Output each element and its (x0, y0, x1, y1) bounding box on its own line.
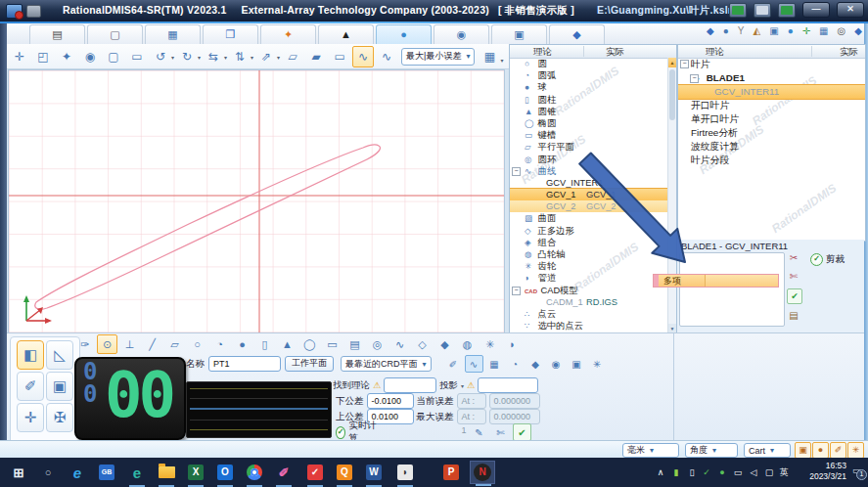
detail-tool-icon[interactable]: ✔ (787, 288, 802, 304)
realtime-checkbox[interactable]: ✓ (336, 426, 345, 439)
ribbon-utility-icon[interactable]: ▦ (819, 25, 828, 36)
probe-ball-icon[interactable]: ● (812, 442, 829, 459)
detail-listbox[interactable]: 多项 (679, 252, 785, 327)
tree-expander-icon[interactable] (680, 142, 687, 149)
tree-expander-icon[interactable] (680, 114, 687, 121)
error-mode-combo[interactable]: 最大|最小误差 (401, 48, 475, 66)
feature-tree-item[interactable]: CADM_1 RD.IGS (510, 296, 668, 308)
tree-expander-icon[interactable] (512, 60, 519, 66)
multi-item-row[interactable]: 多项 (654, 275, 778, 287)
minimize-button[interactable]: — (802, 2, 830, 18)
ribbon-tab[interactable]: ▣ (491, 24, 547, 44)
measure-option-icon[interactable]: ◔ (506, 355, 525, 373)
mode-button[interactable]: ✛ (17, 403, 44, 432)
feature-tree-item[interactable]: ▯ 圆柱 (510, 94, 668, 106)
monitor-status-icon[interactable] (754, 3, 771, 18)
toolbar-icon[interactable]: ∿ (376, 46, 397, 67)
measure-option-icon[interactable]: ∿ (465, 355, 483, 373)
tree-expander-icon[interactable] (512, 131, 519, 138)
plane-mode-combo[interactable]: 最靠近的CRD平面 (341, 356, 432, 372)
ribbon-tab[interactable]: ▦ (145, 24, 201, 44)
geometry-type-icon[interactable]: ● (232, 334, 252, 354)
ribbon-tab[interactable]: ✦ (260, 24, 316, 44)
toolbar-icon[interactable]: ↻ (176, 46, 198, 67)
ribbon-tab[interactable]: ❒ (203, 24, 258, 44)
tree-expander-icon[interactable] (512, 179, 519, 186)
tree-expander-icon[interactable] (512, 239, 519, 245)
feature-tree-item[interactable]: ◗ 管道 (510, 272, 668, 284)
blade-tree-item[interactable]: GCV_INTER11 (678, 85, 865, 99)
tray-icon[interactable]: ▭ (731, 461, 745, 484)
taskbar-app-icon[interactable]: W (361, 461, 387, 484)
tree-expander-icon[interactable] (512, 143, 519, 150)
feature-tree-item[interactable]: GCV_1 GCV_1 (510, 189, 668, 200)
toolbar-icon[interactable]: ⇗ (255, 46, 277, 67)
coord-display-icon[interactable]: ▣ (795, 442, 811, 459)
taskbar-app-icon[interactable] (242, 461, 267, 484)
feature-tree-item[interactable]: GCV_INTER1 (510, 177, 668, 189)
taskbar-app-icon[interactable]: O (212, 461, 238, 484)
toolbar-icon[interactable]: ▢ (103, 46, 124, 67)
clip-checkbox[interactable]: ✓ (810, 253, 823, 266)
tree-expander-icon[interactable] (512, 108, 519, 114)
feature-tree-item[interactable]: ▱ 平行平面 (510, 141, 668, 153)
feature-tree-item[interactable]: ▨ 曲面 (510, 212, 668, 224)
scroll-up-icon[interactable]: ▲ (668, 58, 676, 67)
ribbon-utility-icon[interactable]: ● (723, 25, 729, 36)
geometry-type-icon[interactable]: ▲ (277, 334, 297, 354)
taskbar-app-icon[interactable]: e (65, 461, 90, 484)
chevron-down-icon[interactable]: ▾ (277, 54, 280, 67)
tree-expander-icon[interactable]: − (680, 60, 689, 68)
geometry-type-icon[interactable]: ▱ (164, 334, 185, 354)
toolbar-icon[interactable]: ✛ (9, 46, 30, 67)
input-language-indicator[interactable]: 英 (777, 461, 791, 484)
units-combo[interactable]: 毫米 (622, 443, 679, 458)
feature-tree-item[interactable]: ● 球 (510, 81, 668, 93)
taskbar-app-icon[interactable] (154, 461, 179, 484)
edit-tool-icon[interactable]: ✔ (513, 423, 531, 441)
tree-expander-icon[interactable] (680, 87, 687, 94)
geometry-type-icon[interactable]: ◍ (457, 334, 478, 354)
taskbar-app-icon[interactable]: ✓ (302, 461, 328, 484)
graphics-viewport[interactable] (8, 69, 505, 334)
blade-tree-item[interactable]: Firtree分析 (678, 126, 865, 140)
taskbar-app-icon[interactable]: ✐ (271, 461, 297, 484)
toolbar-icon[interactable]: ▱ (282, 46, 303, 67)
tree-expander-icon[interactable] (680, 155, 687, 162)
taskbar-app-icon[interactable]: ○ (35, 461, 61, 484)
toolbar-icon[interactable]: ◉ (79, 46, 101, 67)
feature-tree-item[interactable]: ✳ 齿轮 (510, 260, 668, 272)
toolbar-icon[interactable]: ◰ (32, 46, 54, 67)
mode-button[interactable]: ◧ (17, 340, 44, 370)
feature-tree-item[interactable]: ▲ 圆锥 (510, 106, 668, 117)
probe-status-icon[interactable] (778, 3, 796, 18)
ribbon-tab[interactable]: ● (376, 24, 432, 44)
edit-tool-icon[interactable]: ✄ (491, 423, 510, 441)
mode-button[interactable]: ✠ (46, 403, 73, 432)
ribbon-utility-icon[interactable]: ◆ (854, 25, 862, 36)
geometry-type-icon[interactable]: ▭ (322, 334, 343, 354)
tray-icon[interactable]: ✓ (700, 461, 713, 484)
toolbar-icon[interactable]: ▭ (126, 46, 148, 67)
geometry-type-icon[interactable]: ⊥ (119, 334, 140, 354)
ribbon-utility-icon[interactable]: ▣ (769, 25, 778, 36)
taskbar-app-icon[interactable]: e (124, 461, 150, 484)
measure-option-icon[interactable]: ✐ (444, 355, 463, 373)
geometry-type-icon[interactable]: ◇ (412, 334, 433, 354)
feature-tree-item[interactable]: ∴ 点云 (510, 308, 668, 320)
feature-tree-item[interactable]: ◎ 圆环 (510, 154, 668, 165)
toolbar-icon[interactable]: ∿ (352, 46, 374, 67)
taskbar-app-icon[interactable]: ◗ (392, 461, 418, 484)
display-settings-icon[interactable]: ▦ (479, 46, 500, 67)
tree-expander-icon[interactable] (512, 298, 519, 305)
machine-state-icon[interactable]: ✳ (847, 442, 864, 459)
tree-expander-icon[interactable] (512, 214, 519, 221)
detail-tool-icon[interactable]: ✄ (787, 270, 800, 284)
geometry-type-icon[interactable]: ⊙ (97, 334, 117, 354)
blade-tree-item[interactable]: − 叶片 (678, 58, 865, 71)
angle-combo[interactable]: 角度 (685, 443, 738, 458)
feature-tree-item[interactable]: ∵ 选中的点云 (510, 320, 668, 332)
geometry-type-icon[interactable]: ◯ (299, 334, 320, 354)
blade-tree-item[interactable]: 开口叶片 (678, 99, 865, 112)
tree-expander-icon[interactable] (512, 96, 519, 103)
